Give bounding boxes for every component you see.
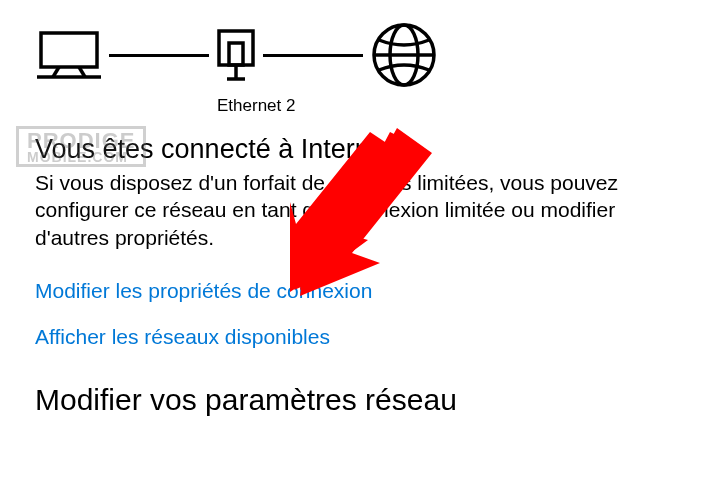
globe-icon xyxy=(369,20,439,90)
network-adapter-icon xyxy=(215,27,257,83)
network-diagram xyxy=(35,20,667,90)
svg-rect-5 xyxy=(229,43,243,65)
change-connection-properties-link[interactable]: Modifier les propriétés de connexion xyxy=(35,279,667,303)
status-description: Si vous disposez d'un forfait de données… xyxy=(35,169,635,251)
status-heading: Vous êtes connecté à Internet xyxy=(35,134,667,165)
computer-icon xyxy=(35,29,103,81)
svg-rect-4 xyxy=(219,31,253,65)
network-settings-heading: Modifier vos paramètres réseau xyxy=(35,383,667,417)
svg-rect-0 xyxy=(41,33,97,67)
show-available-networks-link[interactable]: Afficher les réseaux disponibles xyxy=(35,325,667,349)
adapter-label: Ethernet 2 xyxy=(217,96,259,116)
diagram-connector xyxy=(109,54,209,57)
diagram-connector xyxy=(263,54,363,57)
